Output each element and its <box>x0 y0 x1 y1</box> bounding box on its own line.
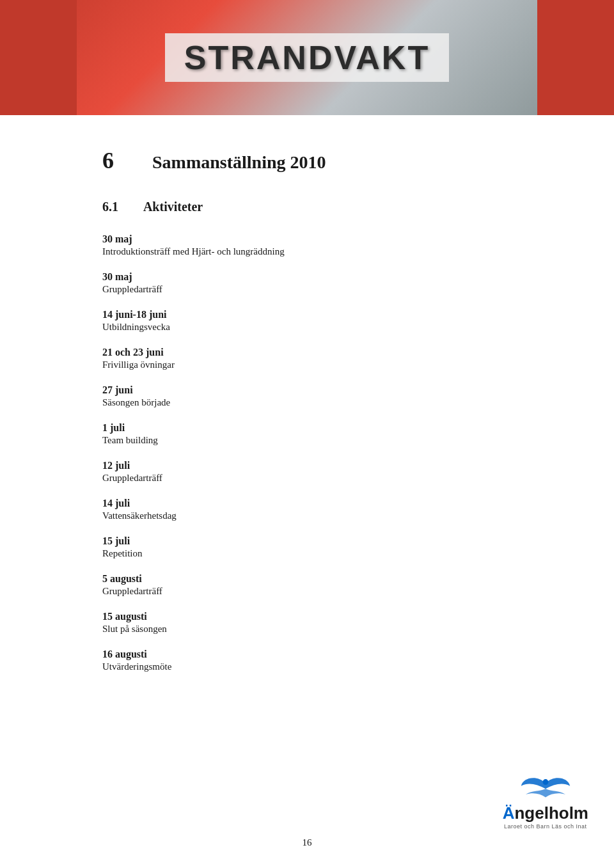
activity-item: 30 majGruppledarträff <box>102 271 563 295</box>
activity-description: Frivilliga övningar <box>102 359 563 370</box>
activity-date: 12 juli <box>102 460 563 471</box>
activity-item: 1 juliTeam building <box>102 422 563 446</box>
page-content: 6 Sammanställning 2010 6.1 Aktiviteter 3… <box>0 115 614 750</box>
activity-date: 14 juni-18 juni <box>102 309 563 320</box>
activity-item: 15 juliRepetition <box>102 535 563 559</box>
section-heading: 6.1 Aktiviteter <box>102 200 563 214</box>
activity-date: 5 augusti <box>102 573 563 585</box>
logo-icon <box>520 771 571 803</box>
chapter-heading: 6 Sammanställning 2010 <box>102 147 563 174</box>
activity-item: 27 juniSäsongen började <box>102 384 563 408</box>
activity-item: 14 juliVattensäkerhetsdag <box>102 498 563 521</box>
activity-date: 14 juli <box>102 498 563 509</box>
page-number: 16 <box>303 837 312 848</box>
activity-date: 16 augusti <box>102 649 563 660</box>
activity-description: Vattensäkerhetsdag <box>102 510 563 521</box>
activity-description: Säsongen började <box>102 397 563 408</box>
activity-date: 21 och 23 juni <box>102 347 563 358</box>
svg-point-0 <box>542 779 548 785</box>
section-number: 6.1 <box>102 200 118 214</box>
activity-date: 30 maj <box>102 233 563 245</box>
hero-title: STRANDVAKT <box>165 33 449 82</box>
activity-description: Gruppledarträff <box>102 284 563 295</box>
hero-banner: STRANDVAKT <box>0 0 614 115</box>
logo-tagline: Laroet och Barn Läs och Inat <box>504 823 587 830</box>
activity-item: 16 augustiUtvärderingsmöte <box>102 649 563 672</box>
activity-description: Introduktionsträff med Hjärt- och lungrä… <box>102 246 563 257</box>
activity-description: Gruppledarträff <box>102 586 563 597</box>
activity-description: Gruppledarträff <box>102 473 563 484</box>
activity-item: 30 majIntroduktionsträff med Hjärt- och … <box>102 233 563 257</box>
activity-description: Utvärderingsmöte <box>102 661 563 672</box>
logo-brand: Ängelholm <box>503 803 588 823</box>
chapter-number: 6 <box>102 147 114 174</box>
activity-item: 12 juliGruppledarträff <box>102 460 563 484</box>
activity-item: 21 och 23 juniFrivilliga övningar <box>102 347 563 370</box>
activity-date: 15 juli <box>102 535 563 547</box>
section-title: Aktiviteter <box>143 200 203 214</box>
activity-item: 5 augustiGruppledarträff <box>102 573 563 597</box>
activity-item: 15 augustiSlut på säsongen <box>102 611 563 635</box>
chapter-title: Sammanställning 2010 <box>152 152 326 173</box>
activity-item: 14 juni-18 juniUtbildningsvecka <box>102 309 563 333</box>
logo-brand-text: ngelholm <box>514 803 588 823</box>
activity-description: Repetition <box>102 548 563 559</box>
activity-date: 27 juni <box>102 384 563 396</box>
activity-description: Team building <box>102 435 563 446</box>
activity-description: Slut på säsongen <box>102 624 563 635</box>
logo-area: Ängelholm Laroet och Barn Läs och Inat <box>503 771 588 830</box>
activity-date: 1 juli <box>102 422 563 434</box>
activity-date: 30 maj <box>102 271 563 283</box>
activity-date: 15 augusti <box>102 611 563 622</box>
activity-description: Utbildningsvecka <box>102 322 563 333</box>
activities-list: 30 majIntroduktionsträff med Hjärt- och … <box>102 233 563 672</box>
